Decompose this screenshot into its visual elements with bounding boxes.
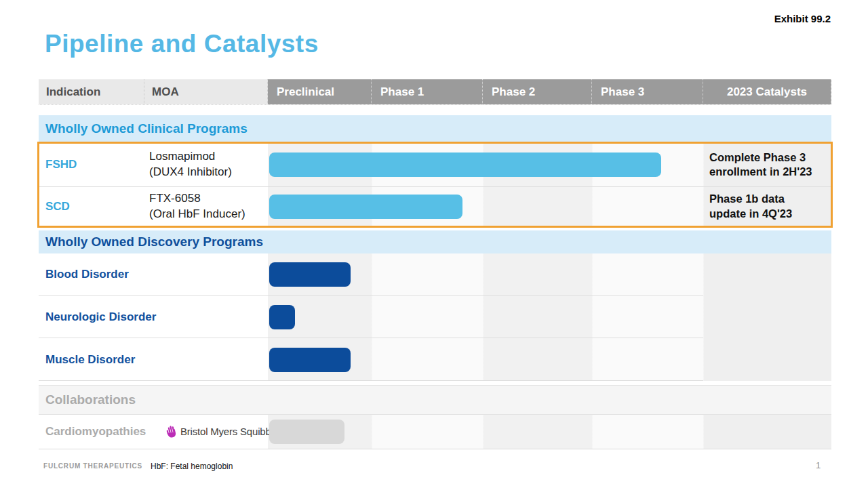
header-cell-phase2: Phase 2 (483, 79, 592, 104)
bms-logo-text: Bristol Myers Squibb (180, 425, 271, 439)
indication-label: Neurologic Disorder (45, 296, 156, 338)
header-cell-phase3: Phase 3 (592, 79, 703, 104)
header-cell-preclinical: Preclinical (268, 79, 372, 104)
pipeline-bar (269, 420, 344, 444)
catalyst-line-1: Complete Phase 3 (709, 150, 829, 165)
page-title: Pipeline and Catalysts (45, 30, 319, 58)
phase-columns-background (268, 338, 831, 381)
catalyst-line-2: enrollment in 2H'23 (709, 165, 829, 179)
table-bottom-border (39, 449, 831, 449)
indication-label: Cardiomyopathies (45, 415, 146, 449)
bristol-myers-squibb-logo: Bristol Myers Squibb™ (166, 425, 281, 439)
pipeline-row-neurologic-disorder: Neurologic Disorder (39, 296, 831, 338)
pipeline-row-scd: SCD FTX-6058 (Oral HbF Inducer) Phase 1b… (39, 187, 831, 226)
row-divider (39, 380, 703, 381)
pipeline-row-muscle-disorder: Muscle Disorder (39, 338, 831, 381)
header-cell-moa: MOA (144, 79, 268, 104)
phase-columns-background (268, 415, 831, 449)
footnote-hbf: HbF: Fetal hemoglobin (151, 462, 233, 471)
indication-label: Blood Disorder (45, 253, 129, 296)
pipeline-row-blood-disorder: Blood Disorder (39, 253, 831, 296)
section-band-collaborations: Collaborations (39, 385, 831, 415)
pipeline-slide: Exhibit 99.2 Pipeline and Catalysts Indi… (0, 0, 868, 488)
section-band-discovery: Wholly Owned Discovery Programs (39, 230, 831, 253)
pipeline-bar (269, 348, 351, 372)
header-cell-indication: Indication (39, 79, 144, 104)
phase-columns-background (268, 253, 831, 296)
company-logo-text: FULCRUM THERAPEUTICS (43, 462, 142, 470)
pipeline-row-cardiomyopathies: Cardiomyopathies Bristol Myers Squibb™ (39, 415, 831, 449)
moa-line-1: FTX-6058 (149, 191, 245, 207)
moa-line-2: (DUX4 Inhibitor) (149, 165, 232, 180)
exhibit-label: Exhibit 99.2 (774, 13, 831, 24)
catalyst-text: Phase 1b data update in 4Q'23 (709, 187, 829, 226)
moa-line-1: Losmapimod (149, 149, 232, 165)
indication-label: Muscle Disorder (45, 338, 135, 381)
pipeline-bar (269, 152, 661, 177)
moa-line-2: (Oral HbF Inducer) (149, 207, 245, 222)
bms-hand-icon (166, 425, 177, 439)
page-number: 1 (816, 460, 821, 470)
pipeline-bar (269, 262, 351, 287)
pipeline-bar (269, 305, 295, 329)
header-divider (39, 104, 831, 105)
phase-columns-background (268, 296, 831, 338)
moa-text: FTX-6058 (Oral HbF Inducer) (149, 187, 245, 226)
catalyst-line-2: update in 4Q'23 (709, 207, 829, 221)
header-cell-phase1: Phase 1 (372, 79, 483, 104)
indication-label: SCD (45, 187, 70, 226)
section-band-clinical: Wholly Owned Clinical Programs (39, 115, 831, 142)
pipeline-bar (269, 195, 462, 219)
pipeline-row-fshd: FSHD Losmapimod (DUX4 Inhibitor) Complet… (39, 142, 831, 187)
header-cell-catalysts: 2023 Catalysts (703, 79, 831, 104)
moa-text: Losmapimod (DUX4 Inhibitor) (149, 142, 232, 187)
catalyst-text: Complete Phase 3 enrollment in 2H'23 (709, 142, 829, 187)
partner-logo-cell: Bristol Myers Squibb™ (166, 415, 281, 449)
indication-label: FSHD (45, 142, 77, 187)
catalyst-line-1: Phase 1b data (709, 192, 829, 206)
pipeline-table: Indication MOA Preclinical Phase 1 Phase… (39, 79, 831, 449)
